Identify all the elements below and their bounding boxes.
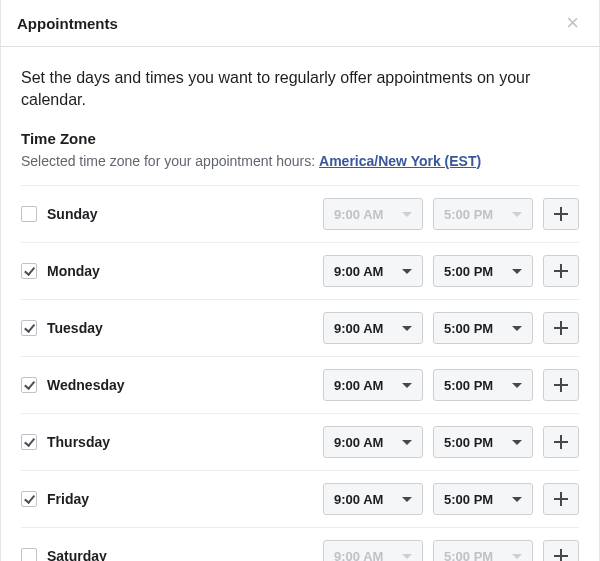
day-left: Friday [21, 491, 313, 507]
plus-icon [554, 207, 568, 221]
start-time-select-value: 9:00 AM [334, 492, 383, 507]
end-time-select-value: 5:00 PM [444, 321, 493, 336]
start-time-select-value: 9:00 AM [334, 435, 383, 450]
end-time-select-value: 5:00 PM [444, 207, 493, 222]
end-time-select[interactable]: 5:00 PM [433, 426, 533, 458]
day-name-label: Thursday [47, 434, 110, 450]
chevron-down-icon [402, 497, 412, 502]
start-time-select: 9:00 AM [323, 540, 423, 561]
chevron-down-icon [402, 212, 412, 217]
day-name-label: Friday [47, 491, 89, 507]
day-name-label: Tuesday [47, 320, 103, 336]
days-list: Sunday9:00 AM5:00 PMMonday9:00 AM5:00 PM… [21, 185, 579, 561]
end-time-select-value: 5:00 PM [444, 549, 493, 561]
start-time-select[interactable]: 9:00 AM [323, 426, 423, 458]
end-time-select[interactable]: 5:00 PM [433, 369, 533, 401]
chevron-down-icon [512, 269, 522, 274]
end-time-select[interactable]: 5:00 PM [433, 312, 533, 344]
day-name-label: Saturday [47, 548, 107, 561]
chevron-down-icon [512, 326, 522, 331]
chevron-down-icon [402, 326, 412, 331]
day-checkbox[interactable] [21, 320, 37, 336]
start-time-select[interactable]: 9:00 AM [323, 312, 423, 344]
day-left: Monday [21, 263, 313, 279]
chevron-down-icon [402, 554, 412, 559]
day-left: Thursday [21, 434, 313, 450]
start-time-select[interactable]: 9:00 AM [323, 483, 423, 515]
end-time-select: 5:00 PM [433, 540, 533, 561]
chevron-down-icon [512, 383, 522, 388]
add-time-button[interactable] [543, 255, 579, 287]
add-time-button[interactable] [543, 483, 579, 515]
end-time-select-value: 5:00 PM [444, 378, 493, 393]
chevron-down-icon [402, 269, 412, 274]
start-time-select: 9:00 AM [323, 198, 423, 230]
close-button[interactable]: × [562, 12, 583, 34]
appointments-modal: Appointments × Set the days and times yo… [0, 0, 600, 561]
plus-icon [554, 321, 568, 335]
day-name-label: Monday [47, 263, 100, 279]
timezone-link[interactable]: America/New York (EST) [319, 153, 481, 169]
end-time-select-value: 5:00 PM [444, 492, 493, 507]
day-left: Wednesday [21, 377, 313, 393]
day-row: Tuesday9:00 AM5:00 PM [21, 299, 579, 356]
day-row: Monday9:00 AM5:00 PM [21, 242, 579, 299]
plus-icon [554, 549, 568, 561]
chevron-down-icon [402, 383, 412, 388]
add-time-button[interactable] [543, 540, 579, 561]
day-row: Saturday9:00 AM5:00 PM [21, 527, 579, 561]
day-checkbox[interactable] [21, 206, 37, 222]
day-row: Friday9:00 AM5:00 PM [21, 470, 579, 527]
end-time-select-value: 5:00 PM [444, 435, 493, 450]
timezone-desc-prefix: Selected time zone for your appointment … [21, 153, 319, 169]
add-time-button[interactable] [543, 312, 579, 344]
add-time-button[interactable] [543, 426, 579, 458]
modal-title: Appointments [17, 15, 118, 32]
timezone-description: Selected time zone for your appointment … [21, 153, 579, 169]
day-checkbox[interactable] [21, 377, 37, 393]
add-time-button[interactable] [543, 198, 579, 230]
chevron-down-icon [402, 440, 412, 445]
day-name-label: Wednesday [47, 377, 125, 393]
start-time-select-value: 9:00 AM [334, 378, 383, 393]
day-name-label: Sunday [47, 206, 98, 222]
end-time-select-value: 5:00 PM [444, 264, 493, 279]
day-row: Wednesday9:00 AM5:00 PM [21, 356, 579, 413]
chevron-down-icon [512, 440, 522, 445]
day-row: Thursday9:00 AM5:00 PM [21, 413, 579, 470]
chevron-down-icon [512, 212, 522, 217]
modal-content: Set the days and times you want to regul… [1, 47, 599, 561]
end-time-select: 5:00 PM [433, 198, 533, 230]
description-text: Set the days and times you want to regul… [21, 67, 579, 110]
plus-icon [554, 435, 568, 449]
start-time-select[interactable]: 9:00 AM [323, 369, 423, 401]
day-left: Sunday [21, 206, 313, 222]
plus-icon [554, 264, 568, 278]
end-time-select[interactable]: 5:00 PM [433, 255, 533, 287]
day-row: Sunday9:00 AM5:00 PM [21, 185, 579, 242]
start-time-select-value: 9:00 AM [334, 207, 383, 222]
timezone-title: Time Zone [21, 130, 579, 147]
end-time-select[interactable]: 5:00 PM [433, 483, 533, 515]
chevron-down-icon [512, 497, 522, 502]
start-time-select[interactable]: 9:00 AM [323, 255, 423, 287]
modal-header: Appointments × [1, 0, 599, 47]
day-checkbox[interactable] [21, 491, 37, 507]
day-checkbox[interactable] [21, 548, 37, 561]
day-checkbox[interactable] [21, 434, 37, 450]
day-left: Saturday [21, 548, 313, 561]
start-time-select-value: 9:00 AM [334, 549, 383, 561]
chevron-down-icon [512, 554, 522, 559]
plus-icon [554, 492, 568, 506]
day-checkbox[interactable] [21, 263, 37, 279]
start-time-select-value: 9:00 AM [334, 264, 383, 279]
start-time-select-value: 9:00 AM [334, 321, 383, 336]
day-left: Tuesday [21, 320, 313, 336]
plus-icon [554, 378, 568, 392]
add-time-button[interactable] [543, 369, 579, 401]
